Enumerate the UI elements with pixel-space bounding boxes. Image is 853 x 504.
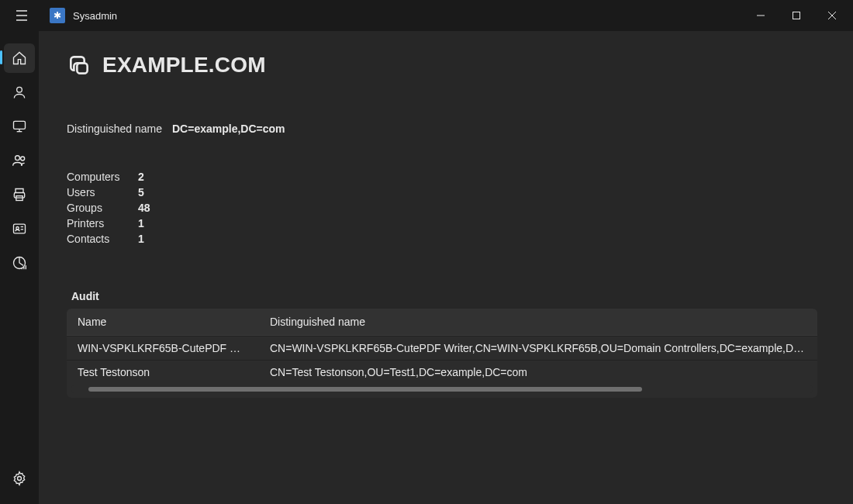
- stats-block: Computers 2 Users 5 Groups 48 Printers 1…: [67, 171, 825, 245]
- svg-rect-4: [793, 12, 800, 19]
- svg-rect-24: [77, 63, 87, 73]
- hamburger-icon: [16, 10, 28, 21]
- gear-icon: [12, 471, 27, 486]
- window-close-button[interactable]: [814, 2, 850, 29]
- stat-row-groups: Groups 48: [67, 202, 825, 214]
- stat-value: 1: [138, 233, 154, 245]
- maximize-icon: [792, 11, 801, 20]
- window-maximize-button[interactable]: [779, 2, 814, 29]
- scrollbar-thumb[interactable]: [88, 387, 642, 392]
- sidebar-item-printers[interactable]: [4, 180, 35, 209]
- sidebar-item-settings[interactable]: [4, 464, 35, 493]
- audit-row[interactable]: Test Testonson CN=Test Testonson,OU=Test…: [67, 360, 817, 384]
- dn-value: DC=example,DC=com: [172, 123, 285, 135]
- user-icon: [12, 85, 27, 100]
- monitor-icon: [12, 119, 27, 134]
- minimize-icon: [756, 11, 765, 20]
- stat-label: Computers: [67, 171, 138, 183]
- distinguished-name-block: Distinguished name DC=example,DC=com: [67, 123, 825, 135]
- page-title: EXAMPLE.COM: [102, 53, 266, 78]
- page-header: EXAMPLE.COM: [67, 53, 825, 78]
- svg-point-7: [17, 87, 22, 92]
- svg-point-16: [16, 227, 19, 230]
- printer-icon: [12, 187, 27, 202]
- audit-table: Name Distinguished name WIN-VSPKLKRF65B-…: [67, 309, 817, 398]
- sidebar-item-home[interactable]: [4, 43, 35, 73]
- app-title: Sysadmin: [73, 10, 117, 22]
- svg-point-23: [18, 477, 22, 481]
- stat-label: Users: [67, 186, 138, 198]
- stat-value: 48: [138, 202, 154, 214]
- home-icon: [12, 50, 27, 66]
- sidebar-item-reports[interactable]: [4, 248, 35, 278]
- svg-point-11: [16, 156, 20, 161]
- svg-point-12: [21, 157, 25, 161]
- stat-row-printers: Printers 1: [67, 217, 825, 230]
- stat-row-contacts: Contacts 1: [67, 233, 825, 245]
- main-content: EXAMPLE.COM Distinguished name DC=exampl…: [39, 31, 853, 504]
- titlebar: ✱ Sysadmin: [0, 0, 853, 31]
- sidebar: [0, 31, 39, 504]
- app-icon: ✱: [50, 8, 65, 23]
- stat-value: 1: [138, 217, 154, 230]
- stat-value: 2: [138, 171, 154, 183]
- stat-value: 5: [138, 186, 154, 198]
- stat-label: Contacts: [67, 233, 138, 245]
- close-icon: [827, 11, 837, 20]
- hamburger-menu-button[interactable]: [8, 2, 36, 29]
- audit-title: Audit: [71, 290, 825, 302]
- audit-row[interactable]: WIN-VSPKLKRF65B-CutePDF Writer CN=WIN-VS…: [67, 336, 817, 360]
- svg-rect-15: [14, 224, 26, 233]
- stat-row-users: Users 5: [67, 186, 825, 198]
- users-icon: [12, 153, 27, 168]
- dn-label: Distinguished name: [67, 123, 172, 135]
- contact-card-icon: [12, 221, 27, 236]
- svg-rect-8: [14, 121, 26, 129]
- audit-cell-dn: CN=WIN-VSPKLKRF65B-CutePDF Writer,CN=WIN…: [259, 337, 817, 360]
- audit-cell-name: Test Testonson: [67, 361, 259, 384]
- audit-section: Audit Name Distinguished name WIN-VSPKLK…: [67, 290, 825, 398]
- stat-label: Groups: [67, 202, 138, 214]
- sidebar-item-computers[interactable]: [4, 112, 35, 141]
- chart-icon: [12, 255, 27, 271]
- audit-col-dn[interactable]: Distinguished name: [259, 309, 817, 335]
- audit-cell-name: WIN-VSPKLKRF65B-CutePDF Writer: [67, 337, 259, 360]
- domain-icon: [67, 53, 92, 78]
- audit-cell-dn: CN=Test Testonson,OU=Test1,DC=example,DC…: [259, 361, 817, 384]
- stat-row-computers: Computers 2: [67, 171, 825, 183]
- sidebar-item-users[interactable]: [4, 78, 35, 107]
- window-minimize-button[interactable]: [743, 2, 779, 29]
- stat-label: Printers: [67, 217, 138, 230]
- sidebar-item-contacts[interactable]: [4, 214, 35, 243]
- audit-table-header: Name Distinguished name: [67, 309, 817, 336]
- audit-col-name[interactable]: Name: [67, 309, 259, 335]
- sidebar-item-groups[interactable]: [4, 146, 35, 175]
- audit-horizontal-scrollbar[interactable]: [71, 385, 813, 393]
